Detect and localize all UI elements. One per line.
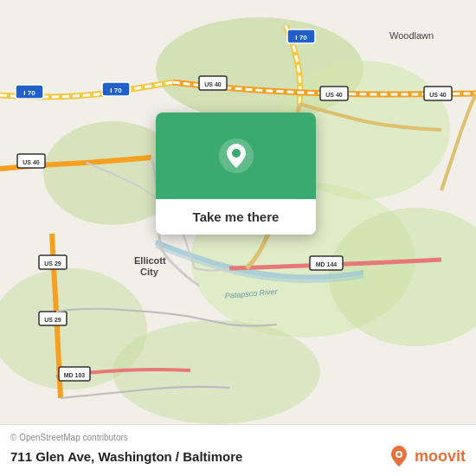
svg-text:Woodlawn: Woodlawn — [389, 30, 434, 41]
svg-text:MD 103: MD 103 — [64, 372, 86, 378]
svg-text:US 29: US 29 — [44, 261, 61, 267]
svg-point-7 — [113, 320, 320, 424]
map-attribution: © OpenStreetMap contributors — [10, 433, 466, 442]
location-pin-icon — [217, 137, 255, 175]
location-popup: Take me there — [156, 113, 316, 235]
svg-text:US 40: US 40 — [23, 159, 40, 165]
svg-text:US 29: US 29 — [44, 317, 61, 323]
address-text: 711 Glen Ave, Washington / Baltimore — [10, 449, 242, 464]
svg-text:US 40: US 40 — [204, 81, 222, 87]
popup-header — [156, 113, 316, 199]
svg-text:MD 144: MD 144 — [316, 261, 338, 267]
svg-point-35 — [232, 149, 241, 158]
svg-text:I 70: I 70 — [110, 87, 122, 94]
svg-text:US 40: US 40 — [325, 92, 343, 98]
svg-text:US 40: US 40 — [429, 92, 447, 98]
svg-point-37 — [397, 453, 401, 456]
svg-text:I 70: I 70 — [23, 89, 35, 97]
moovit-pin-icon — [387, 444, 411, 468]
moovit-brand-text: moovit — [415, 447, 466, 466]
moovit-logo: moovit — [387, 444, 466, 468]
bottom-bar: © OpenStreetMap contributors 711 Glen Av… — [0, 424, 476, 476]
svg-text:I 70: I 70 — [295, 34, 307, 42]
address-row: 711 Glen Ave, Washington / Baltimore moo… — [10, 444, 466, 468]
take-me-there-button[interactable]: Take me there — [156, 199, 316, 235]
svg-text:Ellicott: Ellicott — [134, 255, 166, 266]
map-area: I 70 I 70 I 70 US 40 US 40 US 40 US 40 U… — [0, 0, 476, 424]
svg-text:City: City — [140, 267, 159, 277]
